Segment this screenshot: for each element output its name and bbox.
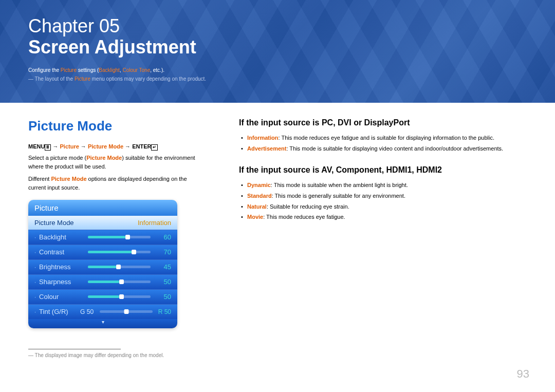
menu-navigation-path: MENUⅢ → Picture → Picture Mode → ENTER↵ <box>28 143 203 151</box>
osd-row-sharpness[interactable]: ·Sharpness 50 <box>28 274 177 289</box>
osd-row-colour[interactable]: ·Colour 50 <box>28 289 177 304</box>
list-item: Information: This mode reduces eye fatig… <box>241 133 527 143</box>
osd-row-contrast[interactable]: ·Contrast 70 <box>28 245 177 259</box>
list-item: Standard: This mode is generally suitabl… <box>241 191 527 201</box>
osd-row-tint[interactable]: ·Tint (G/R) G 50 R 50 <box>28 304 177 319</box>
osd-header: Picture <box>28 200 177 216</box>
section-title: Picture Mode <box>28 118 203 134</box>
chapter-intro: Configure the Picture settings (Backligh… <box>28 67 527 73</box>
osd-selected-row[interactable]: Picture Mode Information <box>28 216 177 230</box>
page-number: 93 <box>517 367 529 381</box>
footnote: ― The displayed image may differ dependi… <box>28 352 203 358</box>
osd-footer[interactable]: ▾ <box>28 319 177 328</box>
mode-list-pc: Information: This mode reduces eye fatig… <box>239 133 527 154</box>
tint-slider[interactable] <box>100 310 153 313</box>
osd-selected-label: Picture Mode <box>34 219 74 227</box>
page-content: Picture Mode MENUⅢ → Picture → Picture M… <box>0 103 555 358</box>
subheading-pc: If the input source is PC, DVI or Displa… <box>239 118 527 127</box>
osd-row-backlight[interactable]: ·Backlight 60 <box>28 230 177 245</box>
list-item: Movie: This mode reduces eye fatigue. <box>241 212 527 222</box>
chevron-down-icon: ▾ <box>102 319 104 325</box>
chapter-title: Screen Adjustment <box>28 36 196 58</box>
slider-bar[interactable] <box>88 236 151 238</box>
subheading-av: If the input source is AV, Component, HD… <box>239 165 527 175</box>
chapter-intro-note: ― The layout of the Picture menu options… <box>28 76 527 82</box>
mode-list-av: Dynamic: This mode is suitable when the … <box>239 180 527 223</box>
paragraph-2: Different Picture Mode options are displ… <box>28 175 203 192</box>
left-column: Picture Mode MENUⅢ → Picture → Picture M… <box>28 118 203 358</box>
osd-row-brightness[interactable]: ·Brightness 45 <box>28 259 177 274</box>
menu-icon: Ⅲ <box>45 144 51 151</box>
chapter-banner: Chapter 05 Screen Adjustment Configure t… <box>0 0 555 103</box>
footnote-rule <box>28 349 121 349</box>
list-item: Natural: Suitable for reducing eye strai… <box>241 201 527 212</box>
right-column: If the input source is PC, DVI or Displa… <box>239 118 527 358</box>
chapter-label: Chapter 05 <box>28 15 120 36</box>
slider-bar[interactable] <box>88 281 151 283</box>
list-item: Advertisement: This mode is suitable for… <box>241 143 527 154</box>
enter-icon: ↵ <box>151 144 158 151</box>
slider-bar[interactable] <box>88 295 151 298</box>
chapter-heading: Chapter 05 Screen Adjustment <box>28 15 527 58</box>
slider-bar[interactable] <box>88 266 151 268</box>
slider-bar[interactable] <box>88 251 151 253</box>
osd-panel: Picture Picture Mode Information ·Backli… <box>28 200 177 328</box>
osd-selected-value: Information <box>138 219 171 227</box>
paragraph-1: Select a picture mode (Picture Mode) sui… <box>28 154 203 171</box>
list-item: Dynamic: This mode is suitable when the … <box>241 180 527 191</box>
